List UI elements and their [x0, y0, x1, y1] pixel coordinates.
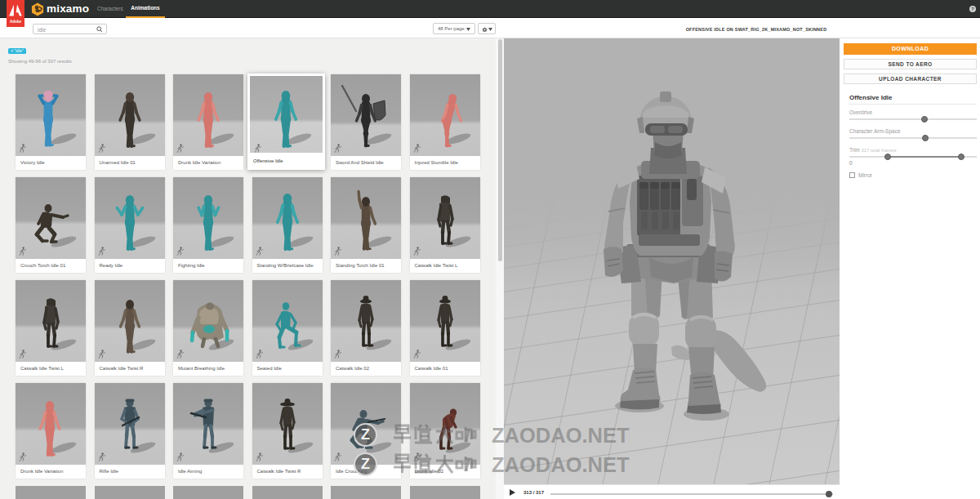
svg-text:ZAODAO.NET: ZAODAO.NET: [492, 453, 630, 476]
svg-text:Adobe: Adobe: [10, 20, 21, 24]
svg-text:ZAODAO.NET: ZAODAO.NET: [492, 424, 630, 447]
